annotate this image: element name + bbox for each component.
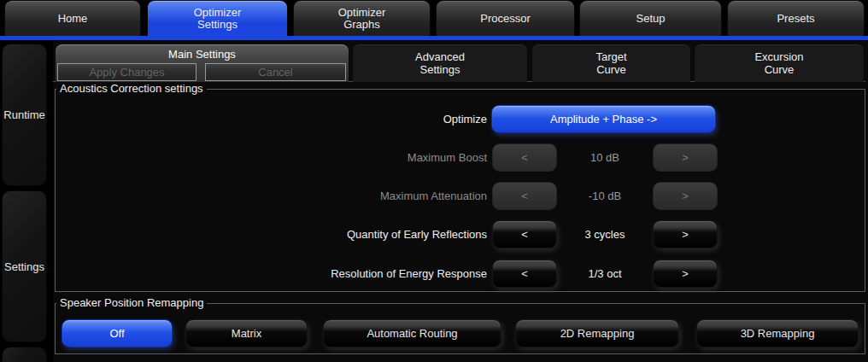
maximum-attenuation-decrement-button: <: [492, 182, 557, 210]
optimizer-settings-screen: Home Optimizer Settings Optimizer Graphs…: [0, 0, 868, 362]
energy-resolution-decrement-button[interactable]: <: [492, 260, 557, 288]
tab-home[interactable]: Home: [4, 0, 141, 36]
maximum-attenuation-increment-button: >: [653, 182, 718, 210]
tab-processor[interactable]: Processor: [436, 0, 575, 36]
acoustics-correction-title: Acoustics Correction settings: [56, 83, 207, 95]
maximum-boost-decrement-button: <: [492, 143, 557, 172]
remapping-3d-button[interactable]: 3D Remapping: [696, 319, 859, 347]
cancel-button[interactable]: Cancel: [205, 63, 346, 81]
optimize-mode-button[interactable]: Amplitude + Phase ->: [491, 105, 716, 133]
tab-presets[interactable]: Presets: [727, 0, 865, 36]
tab-main-settings[interactable]: Main Settings Apply Changes Cancel: [56, 44, 349, 82]
sidebar-item-partial[interactable]: [2, 347, 47, 362]
apply-changes-button[interactable]: Apply Changes: [57, 63, 196, 81]
early-reflections-label: Quantity of Early Reflections: [137, 220, 487, 248]
main-settings-label: Main Settings: [56, 48, 349, 61]
energy-resolution-value: 1/3 oct: [560, 260, 649, 288]
maximum-boost-value: 10 dB: [560, 143, 649, 172]
early-reflections-decrement-button[interactable]: <: [492, 220, 557, 248]
maximum-boost-label: Maximum Boost: [137, 143, 487, 172]
tab-optimizer-graphs[interactable]: Optimizer Graphs: [293, 0, 431, 36]
tab-target-curve[interactable]: Target Curve: [532, 44, 690, 82]
tab-optimizer-settings[interactable]: Optimizer Settings: [147, 0, 288, 36]
remapping-2d-button[interactable]: 2D Remapping: [515, 319, 679, 347]
maximum-attenuation-label: Maximum Attenuation: [137, 182, 487, 210]
optimize-label: Optimize: [316, 105, 487, 133]
early-reflections-value: 3 cycles: [560, 220, 649, 248]
tab-setup[interactable]: Setup: [579, 0, 722, 36]
tab-excursion-curve[interactable]: Excursion Curve: [695, 44, 864, 82]
remapping-off-button[interactable]: Off: [62, 319, 173, 347]
sidebar-item-runtime[interactable]: Runtime: [2, 44, 47, 186]
maximum-attenuation-value: -10 dB: [560, 182, 649, 210]
speaker-remapping-title: Speaker Position Remapping: [56, 297, 207, 309]
early-reflections-increment-button[interactable]: >: [653, 220, 718, 248]
energy-resolution-label: Resolution of Energy Response: [137, 260, 487, 288]
remapping-automatic-routing-button[interactable]: Automatic Routing: [323, 319, 501, 347]
sidebar-item-settings[interactable]: Settings: [2, 190, 47, 342]
tab-advanced-settings[interactable]: Advanced Settings: [353, 44, 527, 82]
maximum-boost-increment-button: >: [653, 143, 718, 172]
remapping-matrix-button[interactable]: Matrix: [185, 319, 308, 347]
energy-resolution-increment-button[interactable]: >: [653, 260, 718, 288]
